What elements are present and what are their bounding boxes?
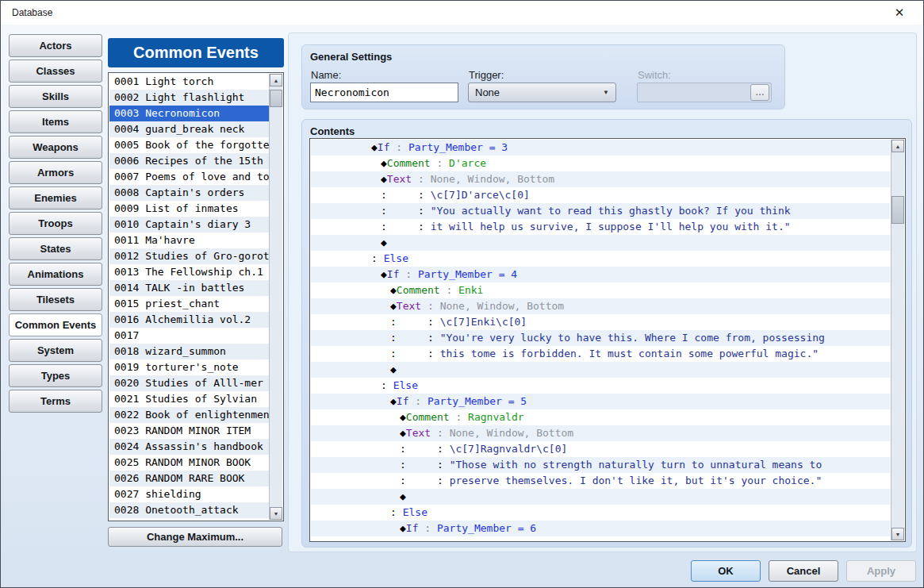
event-command-line[interactable]: : Else [311, 251, 890, 267]
event-list-item-0015[interactable]: 0015 priest_chant [109, 296, 269, 312]
event-command-line[interactable]: : : this tome is forbidden. It must cont… [311, 346, 890, 362]
event-list-item-0022[interactable]: 0022 Book of enlightenment [109, 407, 269, 423]
general-settings-title: General Settings [310, 51, 392, 63]
event-list-item-0024[interactable]: 0024 Assassin's handbook [109, 439, 269, 455]
event-command-line[interactable]: ◆ [311, 362, 890, 378]
scrollbar-thumb[interactable] [270, 90, 282, 107]
event-command-line[interactable]: ◆Comment : Ragnvaldr [311, 409, 890, 425]
sidebar-tab-weapons[interactable]: Weapons [9, 136, 102, 159]
event-command-line[interactable]: ◆Comment : D'arce [311, 156, 890, 171]
event-command-line[interactable]: : Else [311, 505, 890, 521]
command-segment: : [440, 284, 458, 296]
command-segment: \c[7]D'arce\c[0] [431, 189, 530, 201]
event-list-item-0021[interactable]: 0021 Studies of Sylvian [109, 391, 269, 407]
event-list-item-0023[interactable]: 0023 RANDOM MINOR ITEM [109, 423, 269, 439]
event-command-line[interactable]: : : preserve themselves. I don't like it… [311, 473, 890, 489]
command-segment: "Those with no strength naturally turn t… [450, 459, 822, 471]
sidebar-tab-troops[interactable]: Troops [9, 212, 102, 235]
command-segment: ◆ [400, 427, 406, 439]
event-list-item-0011[interactable]: 0011 Ma'havre [109, 233, 269, 248]
sidebar-tab-skills[interactable]: Skills [9, 85, 102, 108]
event-list-item-0017[interactable]: 0017 [109, 328, 269, 344]
contents-scrollbar[interactable]: ▲ ▼ [891, 140, 904, 540]
scroll-up-icon[interactable]: ▲ [270, 74, 282, 86]
sidebar-tab-terms[interactable]: Terms [9, 390, 102, 413]
event-list-item-0013[interactable]: 0013 The Fellowship ch.1 [109, 264, 269, 280]
command-segment: : : [400, 459, 450, 471]
event-command-line[interactable]: ◆If : Party_Member = 3 [311, 140, 890, 156]
event-list-item-0025[interactable]: 0025 RANDOM MINOR BOOK [109, 455, 269, 471]
event-list-scrollbar[interactable]: ▲ ▼ [269, 74, 282, 520]
event-command-line[interactable]: : : \c[7]Ragnvaldr\c[0] [311, 441, 890, 457]
event-list-item-0004[interactable]: 0004 guard_break neck [109, 121, 269, 137]
cancel-button[interactable]: Cancel [769, 560, 838, 582]
event-command-line[interactable]: ◆Text : None, Window, Bottom [311, 425, 890, 441]
sidebar-tab-system[interactable]: System [9, 339, 102, 362]
event-list-item-0006[interactable]: 0006 Recipes of the 15th … [109, 153, 269, 169]
event-command-line[interactable]: : : "Those with no strength naturally tu… [311, 457, 890, 473]
event-command-line[interactable]: ◆Comment : Enki [311, 282, 890, 298]
event-list-item-0018[interactable]: 0018 wizard_summon [109, 344, 269, 359]
scroll-up-icon[interactable]: ▲ [891, 140, 904, 152]
event-command-line[interactable]: ◆If : Party_Member = 6 [311, 521, 890, 536]
change-maximum-button[interactable]: Change Maximum... [108, 527, 282, 547]
event-list-item-0019[interactable]: 0019 torturer's_note [109, 359, 269, 375]
scroll-down-icon[interactable]: ▼ [270, 507, 282, 520]
event-list-item-0012[interactable]: 0012 Studies of Gro-goroth [109, 248, 269, 264]
command-segment: : : [381, 221, 431, 233]
event-list-item-0008[interactable]: 0008 Captain's orders [109, 185, 269, 201]
sidebar-tab-types[interactable]: Types [9, 364, 102, 387]
sidebar-tab-items[interactable]: Items [9, 110, 102, 133]
command-segment: Else [393, 379, 418, 391]
sidebar-tab-classes[interactable]: Classes [9, 60, 102, 83]
event-list-item-0020[interactable]: 0020 Studies of Alll-mer [109, 375, 269, 391]
scroll-down-icon[interactable]: ▼ [891, 528, 904, 540]
sidebar-tab-animations[interactable]: Animations [9, 263, 102, 286]
apply-button[interactable]: Apply [846, 560, 916, 582]
event-command-line[interactable]: : Else [311, 378, 890, 394]
command-segment: None, Window, Bottom [450, 427, 574, 439]
event-command-line[interactable]: ◆If : Party_Member = 5 [311, 394, 890, 409]
sidebar-tab-states[interactable]: States [9, 237, 102, 260]
event-command-line[interactable]: ◆Text : None, Window, Bottom [311, 298, 890, 314]
event-list-item-0027[interactable]: 0027 shielding [109, 486, 269, 502]
name-input[interactable] [310, 83, 458, 102]
command-segment: preserve themselves. I don't like it, bu… [450, 475, 822, 486]
event-list-item-0014[interactable]: 0014 TALK -in battles [109, 280, 269, 296]
event-command-line[interactable]: : : \c[7]D'arce\c[0] [311, 187, 890, 203]
command-segment: : : [400, 443, 450, 455]
event-list-item-0026[interactable]: 0026 RANDOM RARE BOOK [109, 471, 269, 486]
name-label: Name: [311, 69, 341, 81]
switch-picker-button[interactable]: … [750, 84, 769, 101]
sidebar-tab-enemies[interactable]: Enemies [9, 186, 102, 209]
event-list-item-0009[interactable]: 0009 List of inmates [109, 201, 269, 217]
event-list-item-0002[interactable]: 0002 Light flashlight [109, 90, 269, 106]
event-command-line[interactable]: : : "You actually want to read this ghas… [311, 203, 890, 219]
event-list-item-0028[interactable]: 0028 Onetooth_attack [109, 502, 269, 518]
event-list-item-0010[interactable]: 0010 Captain's diary 3 [109, 217, 269, 233]
command-segment: If [397, 395, 409, 407]
trigger-select[interactable]: None ▼ [468, 83, 616, 102]
command-segment: "You actually want to read this ghastly … [431, 205, 791, 217]
sidebar-tab-tilesets[interactable]: Tilesets [9, 288, 102, 311]
sidebar-tab-armors[interactable]: Armors [9, 161, 102, 184]
sidebar-tab-actors[interactable]: Actors [9, 34, 102, 57]
event-command-line[interactable]: : : \c[7]Enki\c[0] [311, 314, 890, 330]
command-segment: ◆ [381, 157, 387, 169]
event-list-item-0003[interactable]: 0003 Necronomicon [109, 106, 269, 121]
command-segment: Party_Member = 4 [418, 268, 517, 280]
event-command-line[interactable]: ◆ [311, 489, 890, 505]
ok-button[interactable]: OK [691, 560, 761, 582]
event-command-line[interactable]: ◆If : Party_Member = 4 [311, 267, 890, 282]
event-command-line[interactable]: ◆Text : None, Window, Bottom [311, 171, 890, 187]
sidebar-tab-common-events[interactable]: Common Events [9, 313, 102, 336]
event-command-line[interactable]: ◆ [311, 235, 890, 251]
event-list-item-0016[interactable]: 0016 Alchemillia vol.2 [109, 312, 269, 328]
event-list-item-0001[interactable]: 0001 Light torch [109, 74, 269, 90]
event-list-item-0007[interactable]: 0007 Poems of love and to… [109, 169, 269, 185]
scrollbar-thumb[interactable] [891, 196, 904, 224]
event-command-line[interactable]: : : "You're very lucky to have this. Whe… [311, 330, 890, 346]
event-list-item-0005[interactable]: 0005 Book of the forgotten [109, 137, 269, 153]
close-icon[interactable]: ✕ [885, 1, 914, 25]
event-command-line[interactable]: : : it will help us survive, I suppose I… [311, 219, 890, 235]
